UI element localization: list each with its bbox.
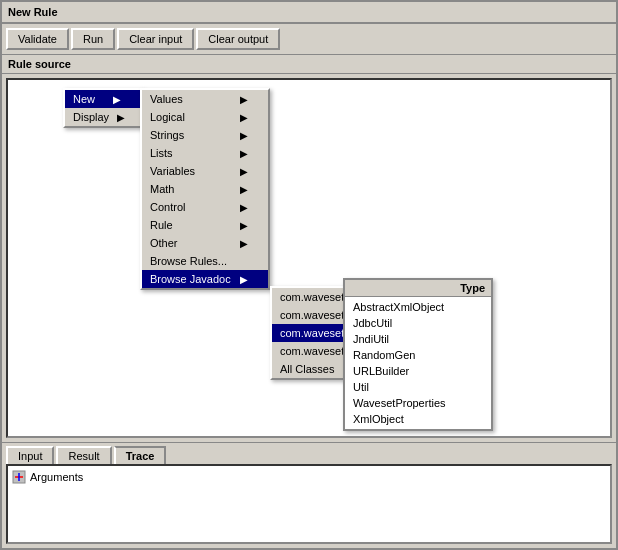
math-label: Math [150,183,174,195]
context-menu: Values ▶ Logical ▶ Strings ▶ Lists ▶ Var… [140,88,270,290]
tabs-bar: Input Result Trace [2,443,616,464]
rule-item[interactable]: Rule ▶ [142,216,268,234]
rule-source-label: Rule source [2,55,616,74]
class-item[interactable]: JdbcUtil [345,315,491,331]
class-item[interactable]: WavesetProperties [345,395,491,411]
control-arrow: ▶ [240,202,248,213]
class-item[interactable]: AbstractXmlObject [345,299,491,315]
arguments-row: Arguments [12,470,83,484]
new-label: New [73,93,95,105]
values-label: Values [150,93,183,105]
clear-output-button[interactable]: Clear output [196,28,280,50]
class-item[interactable]: JndiUtil [345,331,491,347]
title-text: New Rule [8,6,58,18]
rule-label: Rule [150,219,173,231]
math-arrow: ▶ [240,184,248,195]
toolbar: Validate Run Clear input Clear output [2,24,616,55]
browse-javadoc-item[interactable]: Browse Javadoc ▶ [142,270,268,288]
tab-input[interactable]: Input [6,446,54,464]
strings-item[interactable]: Strings ▶ [142,126,268,144]
display-menu-item[interactable]: Display ▶ [65,108,141,126]
browse-rules-item[interactable]: Browse Rules... [142,252,268,270]
tab-content: Arguments [6,464,612,544]
tab-trace[interactable]: Trace [114,446,167,464]
browse-javadoc-label: Browse Javadoc [150,273,231,285]
browse-rules-label: Browse Rules... [150,255,227,267]
other-item[interactable]: Other ▶ [142,234,268,252]
arguments-icon [12,470,26,484]
rule-arrow: ▶ [240,220,248,231]
lists-arrow: ▶ [240,148,248,159]
new-menu-item[interactable]: New ▶ [65,90,141,108]
new-display-menu: New ▶ Display ▶ [63,88,143,128]
strings-arrow: ▶ [240,130,248,141]
class-item[interactable]: XmlObject [345,411,491,427]
values-arrow: ▶ [240,94,248,105]
tab-result[interactable]: Result [56,446,111,464]
class-item[interactable]: Util [345,379,491,395]
other-arrow: ▶ [240,238,248,249]
main-window: Validate Run Clear input Clear output Ru… [0,22,618,550]
validate-button[interactable]: Validate [6,28,69,50]
tabs-area: Input Result Trace Arguments [2,442,616,548]
lists-label: Lists [150,147,173,159]
classes-list: AbstractXmlObject JdbcUtil JndiUtil Rand… [345,297,491,429]
strings-label: Strings [150,129,184,141]
variables-arrow: ▶ [240,166,248,177]
menus-overlay: New ▶ Display ▶ Values ▶ Logical ▶ [63,88,143,128]
classes-menu: Type AbstractXmlObject JdbcUtil JndiUtil… [343,278,493,431]
new-arrow-icon: ▶ [113,94,121,105]
clear-input-button[interactable]: Clear input [117,28,194,50]
run-button[interactable]: Run [71,28,115,50]
display-arrow-icon: ▶ [117,112,125,123]
other-label: Other [150,237,178,249]
variables-item[interactable]: Variables ▶ [142,162,268,180]
title-bar: New Rule [0,0,618,22]
arguments-label: Arguments [30,471,83,483]
classes-header: Type [345,280,491,297]
control-label: Control [150,201,185,213]
lists-item[interactable]: Lists ▶ [142,144,268,162]
pkg-allclasses-label: All Classes [280,363,334,375]
logical-arrow: ▶ [240,112,248,123]
math-item[interactable]: Math ▶ [142,180,268,198]
logical-label: Logical [150,111,185,123]
class-item[interactable]: URLBuilder [345,363,491,379]
logical-item[interactable]: Logical ▶ [142,108,268,126]
control-item[interactable]: Control ▶ [142,198,268,216]
rule-source-area: New ▶ Display ▶ Values ▶ Logical ▶ [6,78,612,438]
display-label: Display [73,111,109,123]
values-item[interactable]: Values ▶ [142,90,268,108]
browse-javadoc-arrow: ▶ [240,274,248,285]
class-item[interactable]: RandomGen [345,347,491,363]
variables-label: Variables [150,165,195,177]
